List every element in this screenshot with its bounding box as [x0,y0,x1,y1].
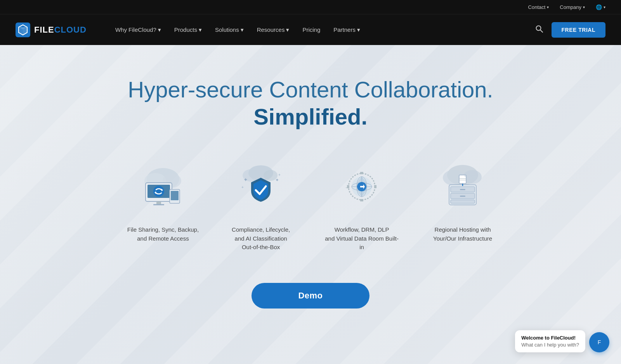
globe-icon: 🌐 [596,4,602,10]
search-icon [535,25,543,33]
svg-text:F: F [598,339,601,345]
svg-point-16 [153,186,164,197]
company-link[interactable]: Company ▾ [560,4,585,10]
company-label: Company [560,4,581,10]
nav-partners-chevron: ▾ [357,26,360,33]
svg-rect-13 [153,204,164,205]
nav-solutions-chevron: ▾ [241,26,244,33]
nav-resources[interactable]: Resources ▾ [252,23,295,36]
nav-products-chevron: ▾ [199,26,202,33]
chat-icon: F [594,337,604,347]
contact-label: Contact [528,4,546,10]
svg-text:✦: ✦ [275,177,279,183]
chat-title: Welcome to FileCloud! [521,335,579,341]
nav-pricing[interactable]: Pricing [297,23,326,36]
compliance-icon: ✦ ✦ + + [236,161,286,212]
svg-line-6 [540,30,543,32]
svg-rect-41 [460,196,465,197]
svg-text:✦: ✦ [243,177,248,183]
hero-title: Hyper-secure Content Collaboration. Simp… [128,76,493,132]
globe-link[interactable]: 🌐 ▾ [596,4,605,10]
logo-text: FILECLOUD [34,25,87,35]
chat-bubble: Welcome to FileCloud! What can I help yo… [515,330,585,352]
feature-icon-wrap-3 [331,156,393,218]
nav-partners[interactable]: Partners ▾ [328,23,366,36]
chat-subtitle: What can I help you with? [521,342,579,348]
features-row: File Sharing, Sync, Backup,and Remote Ac… [127,156,494,252]
svg-rect-15 [171,191,179,200]
svg-text:+: + [241,185,244,189]
feature-hosting: Regional Hosting withYour/Our Infrastruc… [432,156,494,252]
feature-label-4: Regional Hosting withYour/Our Infrastruc… [433,225,492,243]
feature-icon-wrap-2: ✦ ✦ + + [230,156,292,218]
svg-rect-40 [460,189,465,190]
feature-icon-wrap-4 [432,156,494,218]
svg-rect-12 [156,201,161,205]
nav-why-filecloud[interactable]: Why FileCloud? ▾ [110,23,167,36]
nav-links: Why FileCloud? ▾ Products ▾ Solutions ▾ … [110,23,533,36]
file-sharing-icon [138,161,188,212]
nav-products[interactable]: Products ▾ [169,23,207,36]
feature-icon-wrap-1 [132,156,194,218]
feature-label-3: Workflow, DRM, DLPand Virtual Data Room … [323,225,401,252]
feature-label-2: Compliance, Lifecycle,and AI Classificat… [232,225,290,252]
feature-workflow: Workflow, DRM, DLPand Virtual Data Room … [323,156,401,252]
workflow-icon [337,161,387,212]
logo-icon [16,23,30,37]
demo-button[interactable]: Demo [252,283,369,309]
chat-button[interactable]: F [589,332,609,352]
contact-link[interactable]: Contact ▾ [528,4,549,10]
feature-label-1: File Sharing, Sync, Backup,and Remote Ac… [127,225,199,243]
contact-chevron: ▾ [547,5,549,9]
svg-rect-39 [451,200,475,203]
nav-solutions[interactable]: Solutions ▾ [210,23,249,36]
free-trial-button[interactable]: FREE TRIAL [552,22,605,38]
chat-widget: Welcome to FileCloud! What can I help yo… [515,330,609,352]
hero-headline: Hyper-secure Content Collaboration. Simp… [128,76,493,130]
top-utility-bar: Contact ▾ Company ▾ 🌐 ▾ [0,0,621,14]
main-navbar: FILECLOUD Why FileCloud? ▾ Products ▾ So… [0,14,621,45]
hero-section: Hyper-secure Content Collaboration. Simp… [0,45,621,364]
svg-text:+: + [278,173,281,177]
nav-resources-chevron: ▾ [286,26,289,33]
company-chevron: ▾ [583,5,585,9]
logo-area[interactable]: FILECLOUD [16,23,87,37]
hosting-icon [437,161,488,212]
nav-why-chevron: ▾ [158,26,161,33]
feature-file-sharing: File Sharing, Sync, Backup,and Remote Ac… [127,156,199,252]
nav-right: FREE TRIAL [533,22,605,38]
feature-compliance: ✦ ✦ + + Compliance, Lifecycle,and AI Cla… [230,156,292,252]
globe-chevron: ▾ [604,5,605,9]
search-button[interactable] [533,23,545,37]
